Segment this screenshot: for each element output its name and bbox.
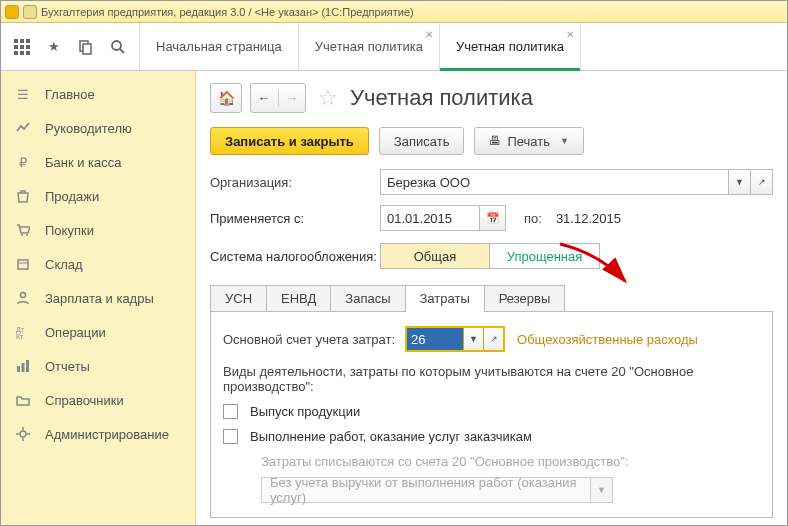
- cart-icon: [15, 222, 31, 238]
- box-icon: [15, 256, 31, 272]
- subtab-label: Затраты: [420, 291, 470, 306]
- sidebar-item-label: Операции: [45, 325, 106, 340]
- home-button[interactable]: 🏠: [210, 83, 242, 113]
- window-title: Бухгалтерия предприятия, редакция 3.0 / …: [41, 6, 414, 18]
- checkbox-output[interactable]: [223, 404, 238, 419]
- person-icon: [15, 290, 31, 306]
- gear-icon: [15, 426, 31, 442]
- date-from-input[interactable]: [380, 205, 480, 231]
- select-value: Без учета выручки от выполнения работ (о…: [270, 475, 582, 505]
- svg-rect-5: [26, 45, 30, 49]
- bars-icon: [15, 358, 31, 374]
- svg-point-13: [21, 234, 23, 236]
- svg-rect-1: [20, 39, 24, 43]
- account-description: Общехозяйственные расходы: [517, 332, 698, 347]
- sidebar-item-catalogs[interactable]: Справочники: [1, 383, 195, 417]
- subtab-reserves[interactable]: Резервы: [485, 286, 565, 311]
- sidebar-item-label: Главное: [45, 87, 95, 102]
- writeoff-label: Затраты списываются со счета 20 "Основно…: [261, 454, 760, 469]
- star-icon[interactable]: ★: [39, 32, 69, 62]
- subtab-label: УСН: [225, 291, 252, 306]
- page-title: Учетная политика: [350, 85, 533, 111]
- subtab-costs[interactable]: Затраты: [406, 286, 485, 311]
- back-icon[interactable]: ←: [251, 90, 278, 106]
- calendar-icon[interactable]: 📅: [480, 205, 506, 231]
- button-label: Общая: [414, 249, 457, 264]
- svg-rect-22: [26, 360, 29, 372]
- account-input[interactable]: [407, 328, 463, 350]
- sidebar-item-main[interactable]: ☰Главное: [1, 77, 195, 111]
- history-icon[interactable]: [71, 32, 101, 62]
- sidebar-item-purchases[interactable]: Покупки: [1, 213, 195, 247]
- favorite-star-icon[interactable]: ☆: [318, 85, 338, 111]
- dropdown-button[interactable]: ▼: [463, 328, 483, 350]
- chevron-down-icon: ▼: [560, 136, 569, 146]
- main-content: 🏠 ←→ ☆ Учетная политика Записать и закры…: [196, 71, 787, 525]
- sidebar-item-label: Покупки: [45, 223, 94, 238]
- search-icon[interactable]: [103, 32, 133, 62]
- tax-simple-button[interactable]: Упрощенная: [490, 243, 600, 269]
- writeoff-select[interactable]: Без учета выручки от выполнения работ (о…: [261, 477, 591, 503]
- save-close-button[interactable]: Записать и закрыть: [210, 127, 369, 155]
- apps-icon[interactable]: [7, 32, 37, 62]
- svg-point-17: [21, 293, 26, 298]
- svg-rect-21: [22, 363, 25, 372]
- checkbox-label: Выполнение работ, оказание услуг заказчи…: [250, 429, 532, 444]
- tab-label: Начальная страница: [156, 39, 282, 54]
- nav-back-forward[interactable]: ←→: [250, 83, 306, 113]
- sidebar-item-operations[interactable]: ДтКтОперации: [1, 315, 195, 349]
- dropdown-button[interactable]: ▼: [591, 477, 613, 503]
- tab-home[interactable]: Начальная страница: [139, 23, 298, 70]
- sidebar-item-manager[interactable]: Руководителю: [1, 111, 195, 145]
- open-button[interactable]: ↗: [483, 328, 503, 350]
- printer-icon: 🖶: [489, 134, 501, 148]
- dropdown-button[interactable]: ▼: [729, 169, 751, 195]
- close-icon[interactable]: ✕: [566, 29, 574, 40]
- sidebar-item-label: Банк и касса: [45, 155, 122, 170]
- subtab-label: Резервы: [499, 291, 551, 306]
- forward-icon[interactable]: →: [278, 90, 306, 106]
- chart-icon: [15, 120, 31, 136]
- open-button[interactable]: ↗: [751, 169, 773, 195]
- svg-rect-10: [83, 44, 91, 54]
- bag-icon: [15, 188, 31, 204]
- close-icon[interactable]: ✕: [425, 29, 433, 40]
- tab-policy-2[interactable]: Учетная политика✕: [439, 23, 581, 70]
- sidebar-item-reports[interactable]: Отчеты: [1, 349, 195, 383]
- sidebar-item-admin[interactable]: Администрирование: [1, 417, 195, 451]
- sidebar-item-stock[interactable]: Склад: [1, 247, 195, 281]
- subtab-usn[interactable]: УСН: [211, 286, 267, 311]
- button-label: Печать: [507, 134, 550, 149]
- top-tabs: Начальная страница Учетная политика✕ Уче…: [139, 23, 581, 70]
- tax-common-button[interactable]: Общая: [380, 243, 490, 269]
- top-toolbar: ★ Начальная страница Учетная политика✕ У…: [1, 23, 787, 71]
- sidebar-item-salary[interactable]: Зарплата и кадры: [1, 281, 195, 315]
- svg-rect-8: [26, 51, 30, 55]
- date-from-label: Применяется с:: [210, 211, 380, 226]
- date-to-label: по:: [524, 211, 542, 226]
- sidebar-item-bank[interactable]: ₽Банк и касса: [1, 145, 195, 179]
- account-label: Основной счет учета затрат:: [223, 332, 395, 347]
- svg-rect-4: [20, 45, 24, 49]
- org-input[interactable]: [380, 169, 729, 195]
- save-button[interactable]: Записать: [379, 127, 465, 155]
- subtab-envd[interactable]: ЕНВД: [267, 286, 331, 311]
- date-to-value: 31.12.2015: [556, 211, 621, 226]
- app-logo-icon: [5, 5, 19, 19]
- sidebar-item-label: Зарплата и кадры: [45, 291, 154, 306]
- subtab-stocks[interactable]: Запасы: [331, 286, 405, 311]
- button-label: Записать: [394, 134, 450, 149]
- account-field: ▼ ↗: [405, 326, 505, 352]
- subtab-panel: Основной счет учета затрат: ▼ ↗ Общехозя…: [210, 311, 773, 518]
- checkbox-services[interactable]: [223, 429, 238, 444]
- operations-icon: ДтКт: [15, 324, 31, 340]
- svg-point-11: [112, 41, 121, 50]
- sidebar-item-sales[interactable]: Продажи: [1, 179, 195, 213]
- print-button[interactable]: 🖶Печать▼: [474, 127, 584, 155]
- titlebar: Бухгалтерия предприятия, редакция 3.0 / …: [1, 1, 787, 23]
- minimize-icon[interactable]: [23, 5, 37, 19]
- tab-label: Учетная политика: [315, 39, 423, 54]
- svg-rect-7: [20, 51, 24, 55]
- tax-mode-segment: Общая Упрощенная: [380, 243, 600, 269]
- tab-policy-1[interactable]: Учетная политика✕: [298, 23, 439, 70]
